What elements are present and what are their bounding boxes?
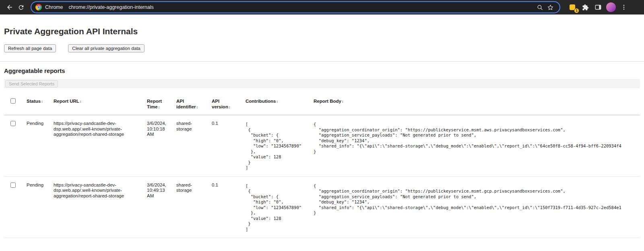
sort-arrows-icon: ↕ (41, 100, 43, 104)
side-panel-icon (594, 4, 602, 11)
three-dot-menu-icon (621, 4, 627, 10)
extensions-menu-button[interactable] (580, 2, 591, 13)
toolbar-right-controls: 1 (567, 2, 640, 13)
sort-arrows-icon: ↕ (158, 105, 160, 109)
table-row: Pending https://privacy-sandcastle-dev-d… (4, 115, 640, 177)
sort-arrows-icon: ↕ (276, 100, 278, 104)
column-header-report-time[interactable]: Report Time↕ (144, 94, 173, 115)
contributions-cell: [ { "bucket": { "high": "0", "low": "123… (242, 176, 310, 238)
site-chip-label: Chrome (45, 4, 63, 10)
omnibox[interactable]: Chrome chrome://private-aggregation-inte… (31, 1, 560, 13)
reload-icon (18, 4, 25, 11)
extension-button[interactable]: 1 (567, 2, 578, 13)
divider (0, 61, 644, 62)
contributions-cell: [ { "bucket": { "high": "0", "low": "123… (242, 115, 310, 177)
chrome-logo-icon (35, 4, 42, 10)
reload-button[interactable] (15, 2, 27, 13)
contributions-json: [ { "bucket": { "high": "0", "low": "123… (246, 122, 307, 171)
report-url-cell: https://privacy-sandcastle-dev-dsp.web.a… (50, 176, 144, 238)
puzzle-icon (582, 4, 589, 11)
row-checkbox[interactable] (10, 121, 16, 126)
column-header-report-url[interactable]: Report URL↕ (50, 94, 144, 115)
status-cell: Pending (23, 115, 50, 177)
select-all-header (4, 94, 23, 115)
api-identifier-cell: shared-storage (173, 176, 208, 238)
page-actions: Refresh all page data Clear all private … (4, 44, 640, 52)
report-body-json: { "aggregation_coordinator_origin": "htt… (314, 183, 637, 216)
back-arrow-icon (6, 4, 13, 11)
sort-arrows-icon: ↕ (80, 100, 82, 104)
column-header-contributions[interactable]: Contributions↕ (242, 94, 310, 115)
column-label: API identifier (176, 99, 196, 109)
menu-button[interactable] (618, 2, 630, 13)
extension-badge: 1 (574, 8, 579, 13)
column-header-report-body[interactable]: Report Body↕ (310, 94, 640, 115)
table-row: Pending https://privacy-sandcastle-dev-d… (4, 176, 640, 238)
url-text: chrome://private-aggregation-internals (68, 4, 535, 10)
sort-arrows-icon: ↕ (342, 100, 344, 104)
search-icon (537, 4, 543, 11)
report-time-cell: 3/6/2024, 10:49:13 AM (144, 176, 173, 238)
row-select-cell (4, 176, 23, 238)
send-selected-reports-button[interactable]: Send Selected Reports (5, 80, 58, 87)
clear-all-button[interactable]: Clear all private aggregation data (68, 44, 144, 52)
sort-arrows-icon: ↕ (196, 105, 198, 109)
column-label: Report URL (54, 99, 79, 104)
browser-toolbar: Chrome chrome://private-aggregation-inte… (0, 0, 644, 15)
column-label: API version (212, 99, 228, 109)
page-content: Private Aggregation API Internals Refres… (0, 27, 644, 238)
avatar (606, 2, 616, 12)
report-url-cell: https://privacy-sandcastle-dev-dsp.web.a… (50, 115, 144, 177)
send-toolbar: Send Selected Reports (4, 79, 640, 88)
column-label: Status (27, 99, 41, 104)
column-header-status[interactable]: Status↕ (23, 94, 50, 115)
refresh-all-button[interactable]: Refresh all page data (4, 44, 56, 52)
table-header-row: Status↕ Report URL↕ Report Time↕ API ide… (4, 94, 640, 115)
report-body-cell: { "aggregation_coordinator_origin": "htt… (310, 115, 640, 177)
api-version-cell: 0.1 (208, 115, 242, 177)
star-icon (547, 4, 554, 11)
bookmark-button[interactable] (545, 2, 555, 12)
back-button[interactable] (4, 2, 15, 13)
report-body-json: { "aggregation_coordinator_origin": "htt… (314, 122, 637, 154)
section-heading: Aggregatable reports (4, 67, 640, 74)
search-button[interactable] (535, 2, 545, 12)
select-all-checkbox[interactable] (10, 98, 16, 104)
page-title: Private Aggregation API Internals (4, 27, 640, 36)
row-checkbox[interactable] (10, 183, 16, 188)
profile-button[interactable] (605, 2, 617, 13)
api-version-cell: 0.1 (208, 176, 242, 238)
side-panel-button[interactable] (592, 2, 604, 13)
sort-arrows-icon: ↕ (229, 105, 231, 109)
column-label: Contributions (246, 99, 276, 104)
column-header-api-identifier[interactable]: API identifier↕ (173, 94, 208, 115)
report-body-cell: { "aggregation_coordinator_origin": "htt… (310, 176, 640, 238)
column-header-api-version[interactable]: API version↕ (208, 94, 242, 115)
row-select-cell (4, 115, 23, 177)
contributions-json: [ { "bucket": { "high": "0", "low": "123… (246, 183, 307, 232)
reports-table: Status↕ Report URL↕ Report Time↕ API ide… (4, 94, 640, 238)
api-identifier-cell: shared-storage (173, 115, 208, 177)
status-cell: Pending (23, 176, 50, 238)
report-time-cell: 3/6/2024, 10:10:18 AM (144, 115, 173, 177)
column-label: Report Body (314, 99, 341, 104)
